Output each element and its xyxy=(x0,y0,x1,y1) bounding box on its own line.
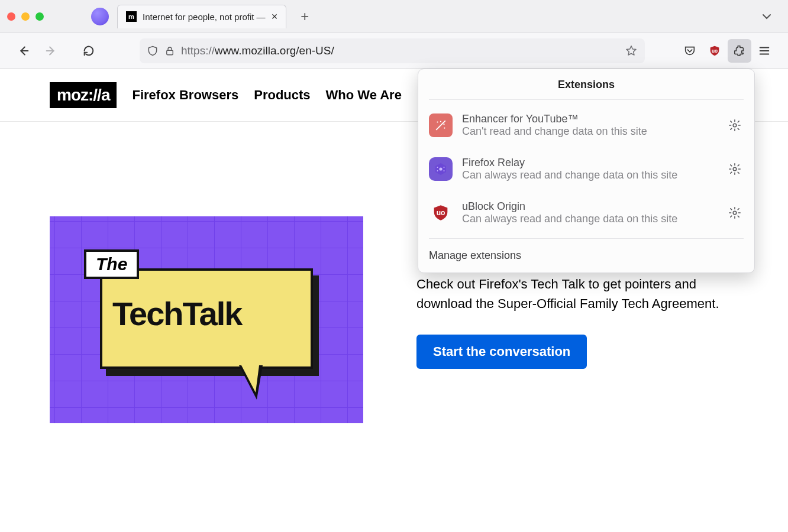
svg-text:uo: uo xyxy=(712,48,718,53)
extension-desc: Can always read and change data on this … xyxy=(462,213,716,225)
svg-point-12 xyxy=(444,170,445,171)
ublock-toolbar-icon[interactable]: uo xyxy=(703,39,726,63)
extension-icon-ublock: uo xyxy=(429,201,453,225)
popover-title: Extensions xyxy=(429,69,744,100)
hero-illustration: TechTalk The xyxy=(50,216,363,423)
extension-name: Enhancer for YouTube™ xyxy=(462,113,716,125)
hero-cta-button[interactable]: Start the conversation xyxy=(416,335,587,369)
manage-extensions-link[interactable]: Manage extensions xyxy=(418,239,754,273)
extension-name: uBlock Origin xyxy=(462,200,716,213)
window-minimize-button[interactable] xyxy=(21,12,30,21)
svg-point-6 xyxy=(733,124,737,127)
extension-settings-button[interactable] xyxy=(726,116,744,134)
extensions-button[interactable] xyxy=(728,39,751,63)
extension-settings-button[interactable] xyxy=(726,204,744,222)
extensions-popover: Extensions Enhancer for YouTube™ Can't r… xyxy=(418,69,755,273)
svg-point-4 xyxy=(443,124,444,125)
svg-rect-0 xyxy=(167,50,173,55)
tabs-overflow-button[interactable] xyxy=(761,11,781,22)
svg-point-11 xyxy=(437,170,438,171)
extension-desc: Can always read and change data on this … xyxy=(462,169,716,181)
tab-close-button[interactable]: × xyxy=(272,11,278,23)
svg-point-9 xyxy=(437,167,438,168)
address-bar[interactable]: https://www.mozilla.org/en-US/ xyxy=(140,38,645,63)
illustration-title: TechTalk xyxy=(112,294,241,333)
nav-firefox-browsers[interactable]: Firefox Browsers xyxy=(132,87,238,103)
extension-name: Firefox Relay xyxy=(462,157,716,169)
new-tab-button[interactable]: + xyxy=(301,8,309,25)
extension-row[interactable]: uo uBlock Origin Can always read and cha… xyxy=(429,191,744,235)
tracking-protection-icon[interactable] xyxy=(147,44,159,57)
app-menu-button[interactable] xyxy=(753,39,776,63)
extension-desc: Can't read and change data on this site xyxy=(462,125,716,138)
pocket-button[interactable] xyxy=(678,39,702,63)
svg-point-15 xyxy=(733,211,737,215)
extension-settings-button[interactable] xyxy=(726,160,744,178)
lock-icon[interactable] xyxy=(164,45,175,57)
extension-icon-youtube xyxy=(429,113,453,137)
svg-point-13 xyxy=(733,167,737,171)
bookmark-star-button[interactable] xyxy=(625,44,638,57)
mozilla-logo[interactable]: moz://a xyxy=(50,82,117,108)
svg-point-8 xyxy=(439,167,442,170)
forward-button[interactable] xyxy=(39,39,63,63)
svg-point-3 xyxy=(440,121,441,122)
window-title-bar: m Internet for people, not profit — × + xyxy=(0,0,788,33)
svg-point-2 xyxy=(437,121,438,122)
window-zoom-button[interactable] xyxy=(35,12,44,21)
url-text: https://www.mozilla.org/en-US/ xyxy=(181,44,334,57)
firefox-profile-icon[interactable] xyxy=(91,8,109,25)
svg-text:uo: uo xyxy=(437,209,445,217)
svg-point-5 xyxy=(444,127,445,128)
nav-who-we-are[interactable]: Who We Are xyxy=(326,87,402,103)
nav-products[interactable]: Products xyxy=(254,87,310,103)
back-button[interactable] xyxy=(12,39,35,63)
hero-body: Check out Firefox's Tech Talk to get poi… xyxy=(416,274,730,313)
tab-title: Internet for people, not profit — xyxy=(143,12,266,22)
extension-icon-relay xyxy=(429,157,453,181)
tab-favicon: m xyxy=(126,11,137,22)
window-close-button[interactable] xyxy=(7,12,15,21)
browser-tab[interactable]: m Internet for people, not profit — × xyxy=(117,5,286,28)
svg-point-10 xyxy=(444,167,445,168)
extension-row[interactable]: Firefox Relay Can always read and change… xyxy=(429,147,744,191)
browser-toolbar: https://www.mozilla.org/en-US/ uo xyxy=(0,33,788,69)
reload-button[interactable] xyxy=(77,39,101,63)
extension-row[interactable]: Enhancer for YouTube™ Can't read and cha… xyxy=(429,103,744,147)
illustration-badge: The xyxy=(84,249,139,279)
